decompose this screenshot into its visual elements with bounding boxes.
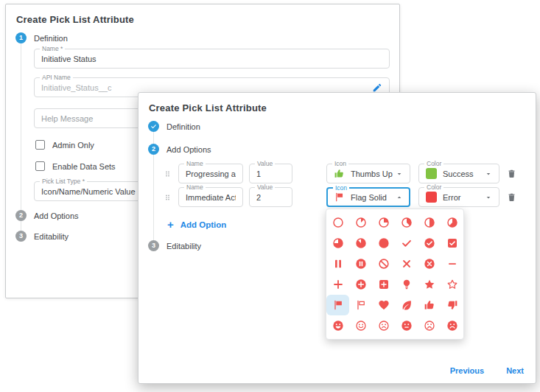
picker-icon-plus[interactable] (326, 274, 349, 295)
create-picklist-dialog: Create Pick List Attribute Definition 2 … (138, 92, 536, 384)
circle-solid-icon (378, 237, 390, 249)
next-button[interactable]: Next (506, 366, 524, 375)
picker-icon-progress-5[interactable] (441, 212, 463, 233)
option-2-name-field[interactable]: Name (178, 187, 243, 207)
name-field[interactable]: Name * (34, 49, 390, 69)
picker-icon-star-outline[interactable] (441, 274, 463, 295)
picker-icon-times-circle[interactable] (418, 253, 441, 274)
picker-icon-progress-4[interactable] (418, 212, 441, 233)
icon-picker-panel (326, 209, 464, 340)
edit-pencil-icon[interactable] (372, 83, 382, 93)
option-1-icon-value: Thumbs Up (351, 169, 396, 178)
admin-only-label: Admin Only (52, 141, 94, 150)
trash-icon[interactable] (507, 192, 516, 203)
name-field-label: Name * (40, 46, 65, 52)
step-definition[interactable]: 1 Definition (15, 32, 399, 43)
option-2-color-select[interactable]: Color Error (418, 187, 499, 207)
option-row-1: Name Value Icon Thumbs Up Color Success (164, 164, 536, 183)
step-add-options[interactable]: 2 Add Options (148, 144, 536, 155)
step-2-indicator: 2 (15, 210, 27, 221)
option-1-name-input[interactable] (186, 169, 236, 178)
picker-icon-laugh-solid[interactable] (326, 315, 349, 336)
api-name-input (41, 83, 367, 92)
option-2-color-label: Color (424, 184, 443, 191)
picker-icon-sad[interactable] (418, 315, 441, 336)
option-1-color-label: Color (424, 161, 443, 167)
picker-icon-progress-2[interactable] (372, 212, 395, 233)
option-2-icon-select[interactable]: Icon Flag Solid (326, 187, 410, 207)
step-1-label: Definition (34, 34, 68, 43)
picker-icon-minus[interactable] (441, 253, 463, 274)
picker-icon-progress-0[interactable] (326, 212, 349, 233)
picker-icon-thumbs-up[interactable] (418, 295, 441, 315)
picker-icon-progress-7[interactable] (349, 233, 372, 253)
check-circle-icon (424, 237, 435, 249)
drag-handle-icon[interactable] (164, 169, 171, 179)
check-square-icon (446, 237, 458, 249)
option-1-icon-select[interactable]: Icon Thumbs Up (326, 164, 410, 183)
picker-icon-thumbs-down[interactable] (441, 295, 463, 315)
picker-icon-flag-outline[interactable] (349, 295, 372, 315)
step-3-label: Editability (166, 242, 201, 251)
picker-icon-progress-3[interactable] (395, 212, 418, 233)
picker-icon-frown[interactable] (372, 315, 395, 336)
option-1-value-label: Value (255, 161, 275, 167)
picker-icon-leaf[interactable] (395, 295, 418, 315)
drag-handle-icon[interactable] (164, 192, 171, 203)
api-name-field-label: API Name (40, 74, 73, 81)
add-option-button[interactable]: + Add Option (167, 219, 226, 230)
name-input[interactable] (41, 55, 382, 63)
flag-solid-icon (332, 299, 344, 311)
color-swatch (426, 192, 437, 203)
option-1-value-input[interactable] (256, 169, 285, 178)
picker-icon-angry-solid[interactable] (441, 315, 463, 336)
picker-icon-heart[interactable] (372, 295, 395, 315)
picker-icon-plus-circle[interactable] (349, 274, 372, 295)
enable-data-sets-checkbox[interactable] (35, 161, 45, 171)
picker-icon-star[interactable] (418, 274, 441, 295)
trash-icon[interactable] (507, 168, 516, 179)
option-1-color-select[interactable]: Color Success (418, 164, 499, 183)
step-1-label: Definition (166, 122, 200, 131)
option-2-name-label: Name (184, 184, 206, 191)
picker-icon-meh-solid[interactable] (395, 315, 418, 336)
picker-icon-flag-solid[interactable] (326, 295, 349, 315)
picker-icon-check-circle[interactable] (418, 233, 441, 253)
picker-icon-circle-solid[interactable] (372, 233, 395, 253)
picker-icon-plus-square[interactable] (372, 274, 395, 295)
picker-icon-smile[interactable] (349, 315, 372, 336)
option-2-value-field[interactable]: Value (249, 187, 292, 207)
picker-icon-times[interactable] (395, 253, 418, 274)
option-2-value-input[interactable] (256, 193, 285, 202)
step-1-complete-indicator (148, 121, 159, 132)
picker-icon-progress-1[interactable] (349, 212, 372, 233)
option-1-value-field[interactable]: Value (249, 164, 292, 183)
picker-icon-ban[interactable] (372, 253, 395, 274)
step-3-label: Editability (34, 232, 69, 241)
angry-solid-icon (446, 320, 458, 332)
plus-icon (332, 279, 344, 290)
picker-icon-lightbulb[interactable] (395, 274, 418, 295)
dialog-title: Create Pick List Attribute (6, 4, 399, 25)
picker-icon-check-square[interactable] (441, 233, 463, 253)
option-2-color-value: Error (443, 193, 485, 202)
progress-0-icon (332, 217, 344, 228)
pause-circle-icon (355, 258, 367, 270)
caret-down-icon (485, 170, 492, 178)
check-icon (150, 123, 157, 130)
option-2-name-input[interactable] (186, 193, 236, 202)
picker-icon-pause[interactable] (326, 253, 349, 274)
picker-icon-check[interactable] (395, 233, 418, 253)
progress-2-icon (378, 217, 390, 228)
step-3-indicator: 3 (148, 240, 159, 251)
plus-square-icon (378, 279, 390, 290)
picker-icon-pause-circle[interactable] (349, 253, 372, 274)
option-row-2: Name Value Icon Flag Solid Color Error (164, 187, 536, 207)
option-1-name-field[interactable]: Name (178, 164, 243, 183)
picker-icon-progress-6[interactable] (326, 233, 349, 253)
enable-data-sets-label: Enable Data Sets (52, 162, 116, 171)
step-definition[interactable]: Definition (148, 121, 536, 132)
admin-only-checkbox[interactable] (35, 140, 45, 150)
times-circle-icon (424, 258, 435, 270)
previous-button[interactable]: Previous (450, 366, 484, 375)
